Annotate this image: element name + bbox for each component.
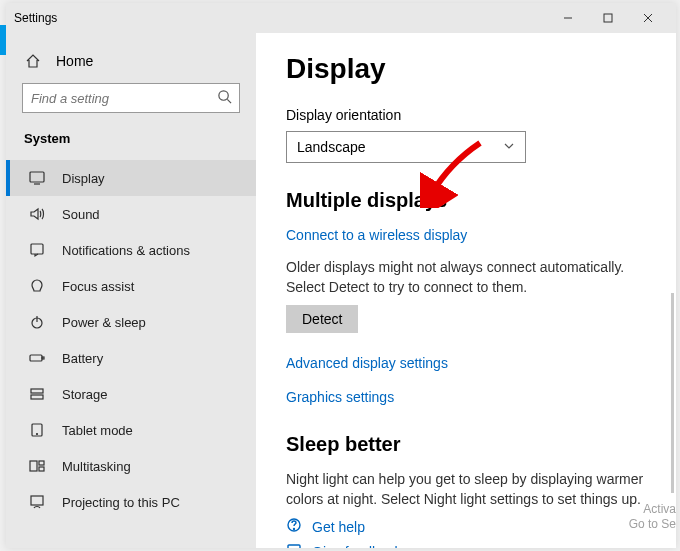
maximize-button[interactable] bbox=[588, 4, 628, 32]
search-icon bbox=[217, 89, 232, 108]
activation-watermark: Activa Go to Se bbox=[629, 502, 676, 533]
sidebar-item-power-sleep[interactable]: Power & sleep bbox=[6, 304, 256, 340]
sleep-better-heading: Sleep better bbox=[286, 433, 646, 456]
home-button[interactable]: Home bbox=[6, 45, 256, 77]
sidebar-item-multitasking[interactable]: Multitasking bbox=[6, 448, 256, 484]
tablet-icon bbox=[28, 422, 46, 438]
sidebar-item-label: Storage bbox=[62, 387, 108, 402]
svg-rect-17 bbox=[30, 461, 37, 471]
svg-rect-11 bbox=[30, 355, 42, 361]
svg-point-22 bbox=[294, 529, 295, 530]
give-feedback-link[interactable]: Give feedback bbox=[312, 544, 402, 548]
sidebar-item-tablet-mode[interactable]: Tablet mode bbox=[6, 412, 256, 448]
titlebar: Settings bbox=[6, 3, 676, 33]
search-input[interactable] bbox=[22, 83, 240, 113]
sidebar-item-label: Notifications & actions bbox=[62, 243, 190, 258]
svg-rect-6 bbox=[30, 172, 44, 182]
close-button[interactable] bbox=[628, 4, 668, 32]
svg-rect-19 bbox=[39, 467, 44, 471]
graphics-settings-link[interactable]: Graphics settings bbox=[286, 389, 646, 405]
svg-line-5 bbox=[227, 99, 231, 103]
battery-icon bbox=[28, 350, 46, 366]
sidebar: Home System Display Sound bbox=[6, 33, 256, 548]
sidebar-item-label: Sound bbox=[62, 207, 100, 222]
sound-icon bbox=[28, 206, 46, 222]
section-heading: System bbox=[6, 125, 256, 160]
page-title: Display bbox=[286, 53, 646, 85]
storage-icon bbox=[28, 386, 46, 402]
sidebar-item-notifications[interactable]: Notifications & actions bbox=[6, 232, 256, 268]
sidebar-item-label: Multitasking bbox=[62, 459, 131, 474]
sidebar-item-label: Focus assist bbox=[62, 279, 134, 294]
advanced-display-link[interactable]: Advanced display settings bbox=[286, 355, 646, 371]
older-displays-text: Older displays might not always connect … bbox=[286, 258, 646, 297]
svg-rect-18 bbox=[39, 461, 44, 465]
sidebar-item-focus-assist[interactable]: Focus assist bbox=[6, 268, 256, 304]
minimize-button[interactable] bbox=[548, 4, 588, 32]
sidebar-item-sound[interactable]: Sound bbox=[6, 196, 256, 232]
chevron-down-icon bbox=[503, 139, 515, 155]
sidebar-item-label: Power & sleep bbox=[62, 315, 146, 330]
svg-rect-20 bbox=[31, 496, 43, 505]
svg-point-16 bbox=[37, 434, 38, 435]
settings-window: Settings Home bbox=[6, 3, 676, 548]
home-label: Home bbox=[56, 53, 93, 69]
svg-rect-1 bbox=[604, 14, 612, 22]
help-icon bbox=[286, 517, 302, 536]
svg-rect-23 bbox=[288, 545, 300, 548]
window-title: Settings bbox=[14, 11, 548, 25]
multitasking-icon bbox=[28, 458, 46, 474]
sidebar-item-label: Display bbox=[62, 171, 105, 186]
detect-button[interactable]: Detect bbox=[286, 305, 358, 333]
sidebar-item-label: Projecting to this PC bbox=[62, 495, 180, 510]
focus-assist-icon bbox=[28, 278, 46, 294]
power-icon bbox=[28, 314, 46, 330]
sleep-better-text: Night light can help you get to sleep by… bbox=[286, 470, 646, 509]
sidebar-item-projecting[interactable]: Projecting to this PC bbox=[6, 484, 256, 520]
orientation-label: Display orientation bbox=[286, 107, 646, 123]
notifications-icon bbox=[28, 242, 46, 258]
connect-wireless-link[interactable]: Connect to a wireless display bbox=[286, 227, 467, 243]
svg-rect-13 bbox=[31, 389, 43, 393]
multiple-displays-heading: Multiple displays bbox=[286, 189, 646, 212]
orientation-select[interactable]: Landscape bbox=[286, 131, 526, 163]
sidebar-item-display[interactable]: Display bbox=[6, 160, 256, 196]
svg-rect-12 bbox=[42, 357, 44, 359]
sidebar-item-battery[interactable]: Battery bbox=[6, 340, 256, 376]
svg-rect-8 bbox=[31, 244, 43, 254]
sidebar-item-label: Tablet mode bbox=[62, 423, 133, 438]
get-help-link[interactable]: Get help bbox=[312, 519, 365, 535]
sidebar-item-storage[interactable]: Storage bbox=[6, 376, 256, 412]
orientation-value: Landscape bbox=[297, 139, 366, 155]
scrollbar[interactable] bbox=[671, 293, 674, 493]
content-pane: Display Display orientation Landscape Mu… bbox=[256, 33, 676, 548]
svg-rect-14 bbox=[31, 395, 43, 399]
sidebar-item-label: Battery bbox=[62, 351, 103, 366]
svg-point-4 bbox=[219, 91, 228, 100]
display-icon bbox=[28, 170, 46, 186]
feedback-icon bbox=[286, 542, 302, 548]
projecting-icon bbox=[28, 494, 46, 510]
home-icon bbox=[24, 53, 42, 69]
